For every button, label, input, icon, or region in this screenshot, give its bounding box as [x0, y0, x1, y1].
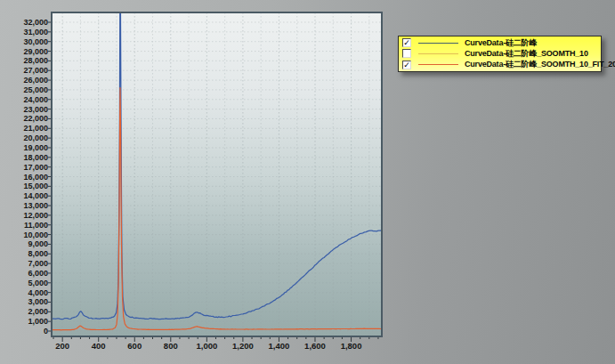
y-tick-label: 18,000 — [2, 153, 48, 162]
legend-line-swatch — [418, 43, 458, 44]
y-tick-label: 9,000 — [2, 239, 48, 248]
y-tick-label: 17,000 — [2, 163, 48, 172]
legend-checkbox-1[interactable] — [402, 49, 411, 58]
y-tick-label: 24,000 — [2, 95, 48, 104]
legend-label: CurveData-硅二阶峰 — [465, 37, 537, 49]
app-window: 01,0002,0003,0004,0005,0006,0007,0008,00… — [0, 0, 615, 364]
y-tick-label: 7,000 — [2, 259, 48, 268]
y-tick-label: 15,000 — [2, 182, 48, 190]
y-tick-label: 2,000 — [2, 307, 48, 316]
legend: ✓CurveData-硅二阶峰CurveData-硅二阶峰_SOOMTH_10✓… — [398, 36, 602, 72]
legend-checkbox-0[interactable]: ✓ — [402, 38, 411, 47]
legend-label: CurveData-硅二阶峰_SOOMTH_10 — [465, 48, 588, 60]
y-tick-label: 31,000 — [2, 28, 48, 36]
y-tick-label: 22,000 — [2, 114, 48, 123]
y-tick-label: 6,000 — [2, 269, 48, 278]
y-tick-label: 0 — [2, 327, 48, 336]
y-tick-label: 5,000 — [2, 279, 48, 287]
y-tick-label: 10,000 — [2, 231, 48, 239]
y-tick-label: 14,000 — [2, 191, 48, 200]
y-tick-label: 27,000 — [2, 66, 48, 75]
legend-label: CurveData-硅二阶峰_SOOMTH_10_FIT_20 — [465, 59, 615, 70]
y-tick-label: 19,000 — [2, 143, 48, 152]
legend-item-1[interactable]: CurveData-硅二阶峰_SOOMTH_10 — [399, 48, 601, 59]
legend-item-2[interactable]: ✓CurveData-硅二阶峰_SOOMTH_10_FIT_20 — [399, 60, 601, 70]
y-tick-label: 16,000 — [2, 173, 48, 182]
y-tick-label: 13,000 — [2, 201, 48, 210]
legend-item-0[interactable]: ✓CurveData-硅二阶峰 — [399, 37, 601, 48]
y-tick-label: 8,000 — [2, 249, 48, 258]
y-tick-label: 32,000 — [2, 18, 48, 27]
plot-area[interactable] — [0, 0, 396, 364]
y-tick-label: 29,000 — [2, 47, 48, 56]
y-tick-label: 23,000 — [2, 105, 48, 114]
y-tick-label: 26,000 — [2, 76, 48, 85]
y-tick-label: 30,000 — [2, 37, 48, 46]
y-tick-label: 4,000 — [2, 288, 48, 297]
y-tick-label: 11,000 — [2, 221, 48, 230]
y-tick-label: 3,000 — [2, 297, 48, 306]
y-tick-label: 21,000 — [2, 124, 48, 133]
y-tick-label: 1,000 — [2, 317, 48, 326]
legend-line-swatch — [418, 64, 458, 65]
x-tick-label: 1,800 — [325, 341, 378, 351]
chart-panel: 01,0002,0003,0004,0005,0006,0007,0008,00… — [0, 0, 396, 364]
y-tick-label: 28,000 — [2, 56, 48, 65]
legend-checkbox-2[interactable]: ✓ — [402, 61, 411, 69]
y-tick-label: 12,000 — [2, 211, 48, 220]
y-tick-label: 25,000 — [2, 85, 48, 94]
legend-line-swatch — [418, 53, 458, 54]
y-tick-label: 20,000 — [2, 133, 48, 142]
